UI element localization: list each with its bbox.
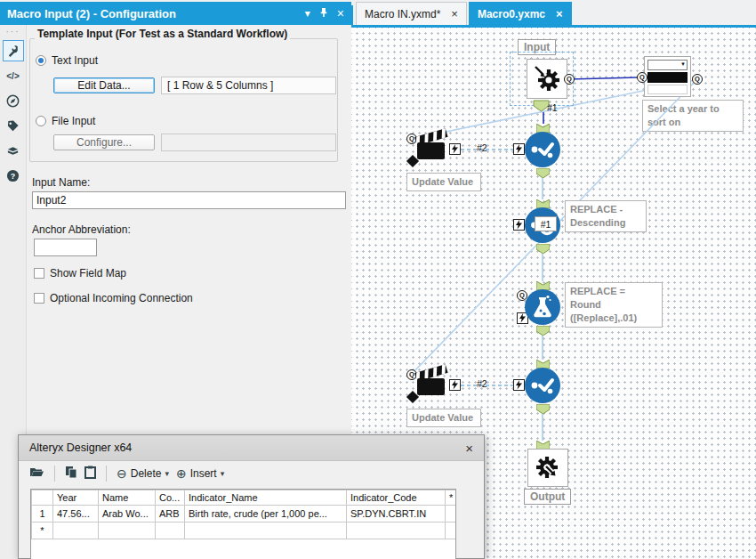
cell-indicator-name[interactable]: Birth rate, crude (per 1,000 pe...	[185, 506, 347, 523]
pin-icon[interactable]	[319, 7, 328, 20]
col-header-indicator-name[interactable]: Indicator_Name	[185, 490, 347, 506]
lightning-anchor[interactable]	[449, 379, 461, 391]
text-input-radio[interactable]	[36, 55, 46, 66]
cell-empty[interactable]	[53, 523, 99, 539]
text-input-label[interactable]: Text Input	[52, 54, 98, 67]
import-icon[interactable]	[29, 466, 44, 482]
output-anchor[interactable]	[536, 168, 550, 178]
lightning-anchor[interactable]	[449, 143, 461, 155]
dropdown-box: ▼	[647, 60, 688, 70]
insert-button[interactable]: ⊕ Insert ▾	[176, 467, 224, 480]
output-anchor[interactable]	[536, 404, 550, 414]
tab-accent-bar	[351, 25, 756, 28]
configure-button[interactable]: Configure...	[53, 134, 155, 150]
col-header-name[interactable]: Name	[99, 490, 156, 506]
tab-package[interactable]	[3, 140, 24, 161]
cell-indicator-code[interactable]: SP.DYN.CBRT.IN	[347, 506, 446, 523]
show-field-map-checkbox[interactable]	[34, 268, 44, 279]
annotation-replace-round[interactable]: REPLACE = Round ([Replace],.01)	[565, 282, 663, 328]
row-number[interactable]: 1	[32, 506, 53, 523]
tab-annotation[interactable]: </>	[3, 65, 24, 86]
cell-empty[interactable]	[99, 523, 156, 539]
paste-icon[interactable]	[84, 466, 96, 482]
lightning-anchor[interactable]	[513, 219, 525, 231]
chevron-down-icon: ▼	[680, 61, 686, 67]
tab-macro0-yxmc[interactable]: Macro0.yxmc ×	[469, 2, 572, 25]
anchor-abbreviation-field[interactable]	[34, 239, 97, 256]
question-anchor[interactable]: Q	[692, 74, 703, 85]
panel-splitter[interactable]	[351, 5, 353, 25]
cell-empty[interactable]	[347, 523, 446, 539]
annotation-update-value-2[interactable]: Update Value	[406, 409, 481, 427]
edit-data-button[interactable]: Edit Data...	[53, 77, 155, 93]
macro-output-tool[interactable]	[527, 449, 568, 487]
tab-configuration[interactable]	[3, 40, 24, 61]
input-name-label: Input Name:	[32, 176, 90, 189]
dialog-titlebar[interactable]: Alteryx Designer x64 ×	[19, 435, 484, 461]
cell-empty[interactable]	[185, 523, 347, 539]
cell-year[interactable]: 47.56...	[53, 506, 99, 523]
input-name-field[interactable]	[32, 191, 346, 209]
cell-empty[interactable]	[446, 523, 457, 539]
corner-header[interactable]	[32, 490, 53, 506]
annotation-select-year[interactable]: Select a year to sort on	[642, 100, 744, 132]
col-header-indicator-code[interactable]: Indicator_Code	[347, 490, 446, 506]
macro-input-tool[interactable]	[527, 59, 567, 99]
output-anchor[interactable]	[536, 326, 550, 336]
header-row: Year Name Co... Indicator_Name Indicator…	[32, 490, 457, 506]
optional-incoming-checkbox[interactable]	[34, 293, 44, 304]
tab-navigation[interactable]	[3, 90, 24, 111]
question-anchor[interactable]: Q	[564, 74, 575, 85]
col-header-co[interactable]: Co...	[156, 490, 185, 506]
annotation-replace-descending[interactable]: REPLACE - Descending	[565, 200, 647, 232]
file-input-radio[interactable]	[36, 116, 46, 126]
cell-co[interactable]: ARB	[156, 506, 185, 523]
file-input-label[interactable]: File Input	[52, 115, 95, 127]
tab-close-icon[interactable]: ×	[556, 7, 563, 20]
action-tool-1[interactable]	[414, 128, 453, 166]
wrench-icon	[6, 45, 20, 58]
lightning-anchor[interactable]	[513, 379, 525, 391]
document-tabbar: Macro IN.yxmd* × Macro0.yxmc ×	[351, 0, 756, 25]
insert-label: Insert	[190, 467, 217, 480]
show-field-map-label[interactable]: Show Field Map	[50, 267, 126, 280]
tab-close-icon[interactable]: ×	[451, 7, 458, 20]
annotation-line: ([Replace],.01)	[570, 312, 657, 325]
gear-output-icon	[528, 450, 567, 486]
tab-macro-in-yxmd[interactable]: Macro IN.yxmd* ×	[356, 2, 467, 25]
tab-tag[interactable]	[3, 115, 24, 136]
delete-button[interactable]: ⊖ Delete ▾	[117, 467, 169, 480]
lightning-anchor[interactable]	[513, 143, 525, 155]
annotation-line: REPLACE -	[570, 203, 641, 216]
chevron-down-icon: ▾	[165, 469, 169, 478]
code-icon: </>	[6, 71, 19, 81]
dropdown-tool[interactable]: ▼	[644, 56, 691, 97]
tab-help[interactable]: ?	[3, 165, 24, 186]
optional-incoming-label[interactable]: Optional Incoming Connection	[50, 292, 193, 304]
output-anchor[interactable]	[536, 244, 550, 254]
sort-tool-badge: #1	[535, 216, 557, 231]
data-summary-field: [ 1 Row & 5 Columns ]	[161, 77, 336, 94]
sort-tool-3[interactable]	[525, 368, 560, 403]
strip-grip-icon[interactable]: ···	[0, 27, 26, 36]
col-header-new[interactable]: *	[446, 490, 457, 506]
row-number[interactable]: *	[32, 523, 53, 539]
col-header-year[interactable]: Year	[53, 490, 99, 506]
macro-output-label: Output	[524, 489, 571, 505]
annotation-update-value-1[interactable]: Update Value	[406, 173, 481, 191]
chevron-down-icon: ▾	[221, 469, 225, 478]
connection-label-2: #2	[477, 378, 487, 389]
cell-empty[interactable]	[156, 523, 185, 539]
help-icon: ?	[6, 169, 20, 182]
question-anchor[interactable]: Q	[637, 72, 647, 83]
cell-name[interactable]: Arab Wo...	[99, 506, 156, 523]
dialog-title: Alteryx Designer x64	[29, 442, 132, 454]
dialog-close-icon[interactable]: ×	[465, 441, 473, 456]
panel-menu-icon[interactable]: ▾	[305, 8, 310, 19]
cell-new[interactable]	[446, 506, 457, 523]
copy-icon[interactable]	[65, 466, 77, 482]
action-tool-2[interactable]	[414, 364, 453, 401]
close-panel-icon[interactable]: ×	[337, 7, 344, 20]
sort-tool-1[interactable]	[525, 132, 560, 167]
formula-tool[interactable]	[525, 289, 560, 325]
